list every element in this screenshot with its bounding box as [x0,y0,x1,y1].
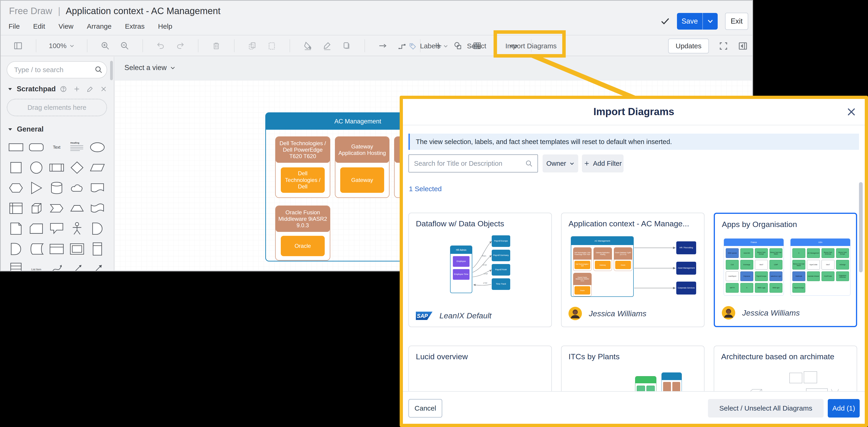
shape-rounded-rectangle[interactable] [26,137,46,158]
diagram-card[interactable]: Dataflow w/ Data ObjectsHR AdminEmployee… [408,213,552,327]
save-button[interactable]: Save [677,13,703,30]
shapes-icon[interactable] [453,40,463,51]
add-filter-button[interactable]: Add Filter [582,155,623,172]
shape-frame[interactable] [67,239,87,259]
diagram-node[interactable]: Dell Technologies / Dell PowerEdge T620 … [275,136,330,198]
menu-item-view[interactable]: View [59,23,73,30]
shape-actor[interactable] [67,219,87,239]
saved-check-icon [660,17,670,26]
close-icon[interactable] [100,86,107,93]
updates-button[interactable]: Updates [668,39,709,54]
shape-vertical-frame[interactable] [87,239,107,259]
delete-icon[interactable] [211,40,222,51]
shape-list[interactable] [6,259,26,271]
shape-curve[interactable] [46,259,67,271]
select-tool[interactable]: Select [467,36,486,56]
shape-or[interactable] [87,219,107,239]
select-unselect-all-button[interactable]: Select / Unselect All Diagrams [708,399,824,418]
shape-trapezoid[interactable] [67,198,87,219]
shape-container[interactable] [46,239,67,259]
redo-icon[interactable] [175,40,185,51]
menu-item-help[interactable]: Help [158,23,172,30]
diagram-card[interactable]: ITCs by Plants [561,346,705,391]
shape-document[interactable] [87,178,107,198]
shape-rectangle[interactable] [6,137,26,158]
sidebar-scrollbar[interactable] [110,61,113,80]
shape-triangle[interactable] [26,178,46,198]
line-color-icon[interactable] [322,40,333,51]
diagram-card[interactable]: Application context - AC Manage...AC Man… [561,213,705,327]
diagram-card[interactable]: Apps by OrganisationFranceWMS specialAut… [714,213,857,327]
help-icon[interactable] [60,86,67,93]
diagram-child-node[interactable]: Oracle [281,236,325,256]
connection-arrow-icon[interactable] [377,40,388,51]
paste-icon[interactable] [267,40,277,51]
toolbar: 100% [1,36,752,56]
view-picker-dropdown[interactable]: Select a view [124,64,176,72]
zoom-out-icon[interactable] [119,40,130,51]
shape-ellipse[interactable] [87,137,107,158]
shape-cube[interactable] [26,198,46,219]
shape-diagonal-arrow[interactable] [87,259,107,271]
diagram-card[interactable]: Architecture based on archimate [714,346,857,391]
waypoint-connector-icon[interactable] [397,40,407,51]
diagram-card[interactable]: Lucid overview [408,346,552,391]
shape-list-item[interactable]: List Item [26,259,46,271]
diagram-node[interactable]: Oracle Fusion Middleware 9iASR2 9.0.3 Or… [275,205,330,261]
shape-palette: TextHeadingList Item [6,137,107,271]
menu-item-edit[interactable]: Edit [33,23,45,30]
modal-scrollbar[interactable] [859,182,863,272]
shape-internal-storage[interactable] [6,198,26,219]
zoom-in-icon[interactable] [100,40,111,51]
owner-filter-dropdown[interactable]: Owner [542,155,578,172]
diagram-card-title: Dataflow w/ Data Objects [416,219,545,228]
diagram-child-node[interactable]: Gateway [340,167,384,193]
shape-process[interactable] [46,158,67,178]
edit-icon[interactable] [87,86,94,93]
shape-note[interactable] [6,219,26,239]
shape-card[interactable] [26,219,46,239]
shape-bidirectional-arrow[interactable] [67,259,87,271]
fill-color-icon[interactable] [303,40,313,51]
undo-icon[interactable] [155,40,166,51]
shape-circle[interactable] [26,158,46,178]
shape-heading[interactable]: Heading [67,137,87,158]
zoom-level-dropdown[interactable]: 100% [49,42,74,50]
shape-tape[interactable] [87,198,107,219]
shape-square[interactable] [6,158,26,178]
shape-hexagon[interactable] [6,178,26,198]
diagram-node[interactable]: Gateway Application Hosting Gateway [335,136,390,198]
exit-button[interactable]: Exit [725,13,748,30]
shape-diamond[interactable] [67,158,87,178]
scratchpad-dropzone[interactable]: Drag elements here [7,99,107,116]
shape-callout[interactable] [46,219,67,239]
save-options-button[interactable] [703,13,718,30]
shape-step[interactable] [46,198,67,219]
fullscreen-icon[interactable] [719,41,728,51]
shape-and[interactable] [6,239,26,259]
diagram-card-thumbnail: AC ManagementDell Technologies / Dell Po… [568,233,698,300]
menu-item-extras[interactable]: Extras [125,23,145,30]
shadow-icon[interactable] [341,40,352,51]
diagram-search-input[interactable] [408,155,538,172]
shape-parallelogram[interactable] [87,158,107,178]
title-separator: | [58,6,60,16]
labels-dropdown[interactable]: Labels [409,36,448,56]
add-button[interactable]: Add (1) [828,399,860,418]
add-icon[interactable] [73,86,80,93]
diagram-child-node[interactable]: Dell Technologies / Dell [281,167,325,193]
shape-cylinder[interactable] [46,178,67,198]
shape-search-input[interactable] [7,61,107,78]
copy-icon[interactable] [247,40,258,51]
shape-cloud[interactable] [67,178,87,198]
shape-text[interactable]: Text [46,137,67,158]
scratchpad-section-header[interactable]: Scratchpad [8,85,107,93]
shape-data-storage[interactable] [26,239,46,259]
close-icon[interactable] [846,107,857,117]
cancel-button[interactable]: Cancel [408,399,442,418]
general-section-header[interactable]: General [8,125,43,133]
menu-item-arrange[interactable]: Arrange [87,23,112,30]
collapse-panel-icon[interactable] [738,41,748,51]
menu-item-file[interactable]: File [8,23,20,30]
toggle-panel-icon[interactable] [13,40,23,51]
